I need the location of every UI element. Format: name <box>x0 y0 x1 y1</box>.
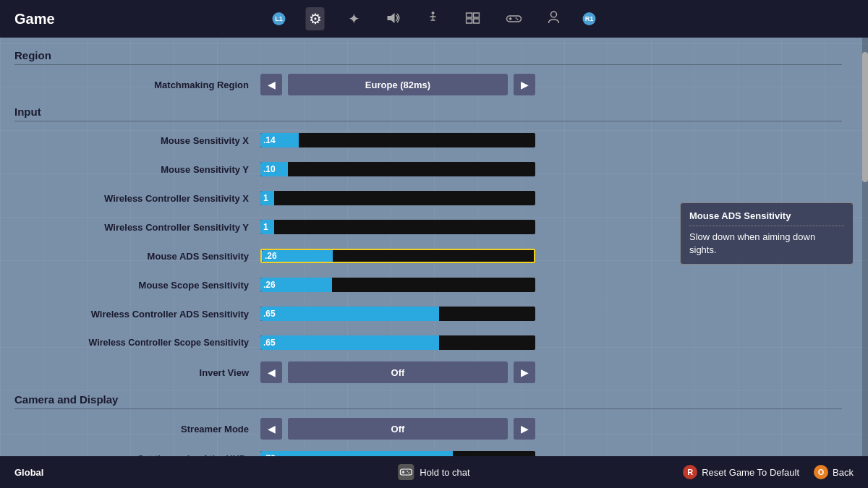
mouse-scope-control: .26 <box>260 275 535 295</box>
main-content: Region Matchmaking Region ◀ Europe (82ms… <box>0 38 868 456</box>
mouse-sens-y-control: .10 <box>260 159 535 179</box>
wireless-sens-x-slider[interactable]: 1 <box>260 188 535 208</box>
streamer-mode-next-button[interactable]: ▶ <box>514 418 535 440</box>
svg-rect-2 <box>467 13 472 17</box>
matchmaking-value: Europe (82ms) <box>288 74 508 95</box>
matchmaking-label: Matchmaking Region <box>14 80 260 90</box>
mouse-scope-value: .26 <box>263 280 276 290</box>
region-header: Region <box>14 49 842 65</box>
matchmaking-control: ◀ Europe (82ms) ▶ <box>260 74 535 95</box>
r1-badge[interactable]: R1 <box>583 12 596 25</box>
wireless-sens-y-control: 1 <box>260 217 535 237</box>
hold-chat-label: Hold to chat <box>420 467 469 478</box>
wireless-scope-row: Wireless Controller Scope Sensitivity .6… <box>14 328 842 357</box>
bottom-right: R Reset Game To Default O Back <box>683 465 854 479</box>
brightness-icon[interactable]: ✦ <box>345 7 363 30</box>
o-button-icon: O <box>814 465 828 479</box>
controller-icon[interactable] <box>503 8 525 30</box>
invert-view-row: Invert View ◀ Off ▶ <box>14 357 842 388</box>
svg-point-11 <box>551 12 557 17</box>
svg-point-15 <box>407 471 409 472</box>
invert-view-value: Off <box>288 361 508 383</box>
controller-chat-icon <box>398 464 414 480</box>
reset-label: Reset Game To Default <box>702 467 799 478</box>
hud-scale-row: Set the scale of the HUD. .70 <box>14 444 842 456</box>
matchmaking-prev-button[interactable]: ◀ <box>260 74 282 95</box>
mouse-sens-x-control: .14 <box>260 130 535 150</box>
mouse-sens-x-label: Mouse Sensitivity X <box>14 135 260 146</box>
wireless-scope-slider[interactable]: .65 <box>260 333 535 353</box>
mouse-sens-y-value: .10 <box>263 164 276 174</box>
mouse-ads-slider[interactable]: .26 <box>260 246 535 266</box>
wireless-ads-value: .65 <box>263 309 276 319</box>
tooltip: Mouse ADS Sensitivity Slow down when aim… <box>680 202 854 265</box>
svg-rect-3 <box>474 13 480 17</box>
mouse-scope-row: Mouse Scope Sensitivity .26 <box>14 270 842 299</box>
svg-point-16 <box>409 472 410 474</box>
accessibility-icon[interactable] <box>424 8 443 30</box>
wireless-sens-y-slider[interactable]: 1 <box>260 217 535 237</box>
wireless-ads-control: .65 <box>260 304 535 324</box>
scrollbar-thumb[interactable] <box>862 52 868 182</box>
tooltip-text: Slow down when aiming down sights. <box>689 231 844 257</box>
nav-icons: L1 ⚙ ✦ <box>273 7 596 30</box>
mouse-sens-y-slider[interactable]: .10 <box>260 159 535 179</box>
streamer-mode-prev-button[interactable]: ◀ <box>260 418 282 440</box>
bottom-bar: Global Hold to chat R Reset Game To Defa… <box>0 456 868 488</box>
wireless-sens-y-label: Wireless Controller Sensitivity Y <box>14 222 260 233</box>
wireless-ads-row: Wireless Controller ADS Sensitivity .65 <box>14 299 842 328</box>
r-button-icon: R <box>683 465 697 479</box>
account-icon[interactable] <box>545 8 563 30</box>
streamer-mode-label: Streamer Mode <box>14 424 260 435</box>
reset-button[interactable]: R Reset Game To Default <box>683 465 799 479</box>
hud-scale-control: .70 <box>260 448 535 456</box>
svg-rect-5 <box>474 19 480 23</box>
mouse-sens-y-label: Mouse Sensitivity Y <box>14 164 260 175</box>
scrollbar[interactable] <box>862 38 868 456</box>
back-label: Back <box>833 467 854 478</box>
tooltip-title: Mouse ADS Sensitivity <box>689 210 844 226</box>
hud-scale-slider[interactable]: .70 <box>260 448 535 456</box>
mouse-scope-label: Mouse Scope Sensitivity <box>14 280 260 291</box>
streamer-mode-control: ◀ Off ▶ <box>260 418 535 440</box>
svg-marker-0 <box>388 13 395 23</box>
mouse-sens-x-value: .14 <box>263 135 276 145</box>
mouse-ads-control: .26 <box>260 246 535 266</box>
wireless-sens-x-value: 1 <box>263 193 268 203</box>
mouse-ads-label: Mouse ADS Sensitivity <box>14 251 260 262</box>
l1-badge[interactable]: L1 <box>273 12 286 25</box>
wireless-ads-slider[interactable]: .65 <box>260 304 535 324</box>
svg-point-1 <box>432 12 435 14</box>
back-button[interactable]: O Back <box>814 465 854 479</box>
wireless-sens-y-value: 1 <box>263 222 268 232</box>
wireless-scope-fill <box>260 335 439 350</box>
page-title: Game <box>14 11 55 27</box>
wireless-ads-fill <box>260 307 439 321</box>
mouse-sens-x-row: Mouse Sensitivity X .14 <box>14 126 842 155</box>
camera-header: Camera and Display <box>14 393 842 409</box>
matchmaking-row: Matchmaking Region ◀ Europe (82ms) ▶ <box>14 69 842 100</box>
wireless-scope-value: .65 <box>263 338 276 348</box>
streamer-mode-row: Streamer Mode ◀ Off ▶ <box>14 414 842 444</box>
mouse-scope-slider[interactable]: .26 <box>260 275 535 295</box>
svg-rect-4 <box>467 19 472 23</box>
global-label: Global <box>14 467 43 478</box>
matchmaking-next-button[interactable]: ▶ <box>514 74 535 95</box>
mouse-sens-y-row: Mouse Sensitivity Y .10 <box>14 155 842 184</box>
hud-icon[interactable] <box>463 8 483 30</box>
sound-icon[interactable] <box>383 8 404 30</box>
mouse-sens-x-slider[interactable]: .14 <box>260 130 535 150</box>
svg-point-10 <box>517 19 519 20</box>
hud-scale-value: .70 <box>263 453 276 456</box>
hud-scale-fill <box>260 451 453 456</box>
wireless-ads-label: Wireless Controller ADS Sensitivity <box>14 309 260 320</box>
bottom-center: Hold to chat <box>398 464 469 480</box>
streamer-mode-value: Off <box>288 418 508 440</box>
invert-view-prev-button[interactable]: ◀ <box>260 361 282 383</box>
invert-view-label: Invert View <box>14 367 260 378</box>
navbar: Game L1 ⚙ ✦ <box>0 0 868 38</box>
wireless-sens-x-label: Wireless Controller Sensitivity X <box>14 193 260 204</box>
invert-view-next-button[interactable]: ▶ <box>514 361 535 383</box>
settings-icon[interactable]: ⚙ <box>306 7 325 30</box>
wireless-scope-label: Wireless Controller Scope Sensitivity <box>14 338 260 348</box>
